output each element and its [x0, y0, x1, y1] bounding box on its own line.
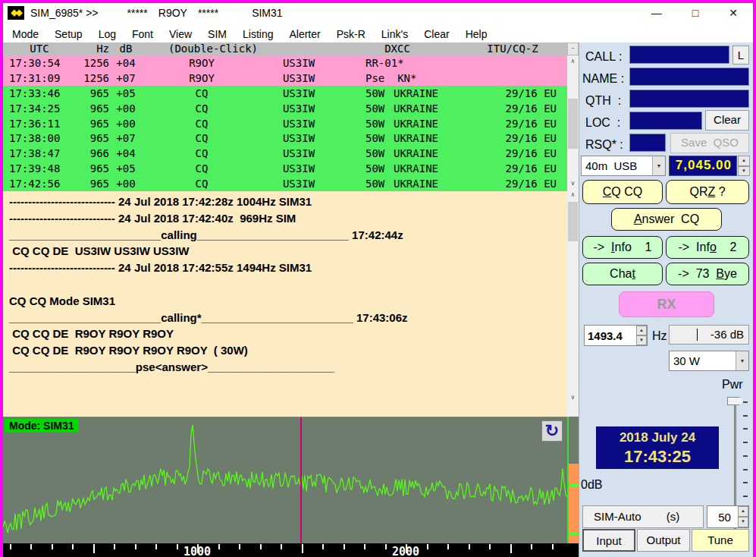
table-row[interactable]: 17:33:46965+05CQUS3IW50WUKRAINE29/16 EU: [3, 86, 567, 101]
table-row[interactable]: 17:34:25965+00CQUS3IW50WUKRAINE29/16 EU: [3, 101, 567, 116]
log-cell-utc: 17:36:11: [3, 118, 76, 130]
minimize-icon[interactable]: —: [651, 7, 662, 19]
maximize-icon[interactable]: □: [692, 7, 698, 19]
log-cell-itu: 29/16 EU: [458, 178, 567, 190]
info1-rest: nfo 1: [615, 241, 652, 253]
bye-pre: -> 73: [678, 267, 716, 280]
log-cell-db: +00: [109, 102, 143, 115]
power-select[interactable]: 30 W ▼: [669, 351, 749, 371]
table-row[interactable]: 17:38:47966+04CQUS3IW50WUKRAINE29/16 EU: [3, 146, 567, 161]
sim-auto-seconds-stepper[interactable]: 50 ▲▼: [707, 505, 749, 528]
chat-button[interactable]: Chat: [582, 263, 663, 285]
table-row[interactable]: 17:36:11965+00CQUS3IW50WUKRAINE29/16 EU: [3, 116, 567, 131]
terminal-scroll-down-icon[interactable]: ∨: [567, 392, 579, 403]
output-button[interactable]: Output: [637, 529, 690, 552]
sim-auto-spinner: ▲▼: [738, 506, 748, 527]
qth-field[interactable]: [629, 90, 749, 108]
info-1-button[interactable]: -> Info 1: [582, 236, 663, 259]
terminal-line: ---------------------------- 24 Jul 2018…: [9, 261, 567, 278]
terminal-scrollbar-track[interactable]: [567, 200, 579, 392]
clear-button[interactable]: Clear: [705, 110, 749, 131]
spinner-up-icon[interactable]: ▲: [738, 506, 748, 517]
answer-cq-button[interactable]: Answer CQ: [611, 208, 722, 231]
menu-item-alerter[interactable]: Alerter: [289, 28, 320, 40]
log-table-header[interactable]: UTC Hz dB (Double-Click) DXCC ITU/CQ-Z: [3, 42, 567, 55]
sim-auto-button[interactable]: SIM-Auto (s): [582, 505, 704, 528]
menu-item-mode[interactable]: Mode: [12, 28, 39, 40]
menu-item-setup[interactable]: Setup: [55, 28, 83, 40]
73-bye-button[interactable]: -> 73 Bye: [666, 263, 749, 285]
frequency-stepper: ▲ ▼: [738, 156, 750, 176]
scale-tick: [52, 544, 53, 549]
rx-frequency-stepper[interactable]: 1493.4 ▲▼: [584, 325, 648, 346]
lookup-button[interactable]: L: [732, 46, 749, 65]
name-field[interactable]: [629, 68, 749, 86]
rx-tx-toggle-button[interactable]: RX: [619, 291, 714, 317]
table-row[interactable]: 17:42:56965+00CQUS3IW50WUKRAINE29/16 EU: [3, 176, 567, 191]
rx-frequency-marker[interactable]: [300, 417, 302, 543]
table-row[interactable]: 17:31:091256+07R9OYUS3IWPse KN*: [3, 71, 567, 86]
menu-item-clear[interactable]: Clear: [424, 28, 449, 40]
pwr-slider-thumb[interactable]: [727, 397, 744, 405]
menu-item-psk-r[interactable]: Psk-R: [337, 28, 365, 40]
qrz-button[interactable]: QRZ ?: [666, 180, 749, 204]
menu-item-log[interactable]: Log: [99, 28, 116, 40]
terminal-line: ____________________pse<answer>_________…: [9, 360, 567, 377]
refresh-icon[interactable]: ↻: [541, 420, 563, 442]
log-cell-itu: 29/16 EU: [458, 118, 567, 130]
band-mode-select[interactable]: 40m USB ▼: [581, 156, 666, 176]
spectrum-display[interactable]: Mode: SIM31 ↻: [3, 417, 567, 543]
log-cell-db: +05: [109, 162, 143, 175]
loc-field[interactable]: [629, 112, 702, 130]
table-scroll-down-icon[interactable]: ∨: [567, 178, 579, 189]
scale-tick: [489, 544, 491, 549]
spinner-up-icon[interactable]: ▲: [636, 326, 647, 335]
log-cell-hz: 1256: [76, 57, 109, 69]
call-field[interactable]: [629, 46, 729, 64]
collapse-button[interactable]: -: [567, 42, 579, 55]
menu-item-help[interactable]: Help: [466, 28, 488, 40]
menu-item-font[interactable]: Font: [132, 28, 153, 40]
spinner-up-icon[interactable]: ▲: [738, 156, 750, 166]
rsq-label: RSQ* :: [585, 138, 623, 152]
menu-item-view[interactable]: View: [169, 28, 192, 40]
menu-item-link-s[interactable]: Link's: [381, 28, 408, 40]
menu-item-sim[interactable]: SIM: [208, 28, 227, 40]
rsq-field[interactable]: [629, 134, 666, 152]
spinner-down-icon[interactable]: ▼: [738, 517, 748, 527]
table-scroll-up-icon[interactable]: ∧: [567, 55, 579, 67]
pwr-slider-tick: [743, 415, 748, 417]
terminal-scrollbar-thumb[interactable]: [568, 202, 578, 241]
log-cell-utc: 17:42:56: [3, 178, 76, 190]
table-row[interactable]: 17:39:48965+05CQUS3IW50WUKRAINE29/16 EU: [3, 161, 567, 176]
table-row[interactable]: 17:30:541256+04R9OYUS3IWRR-01*: [3, 55, 567, 71]
table-scrollbar-track[interactable]: [567, 67, 579, 178]
info-2-button[interactable]: -> Info 2: [666, 236, 749, 259]
scale-tick: [427, 544, 428, 549]
terminal-pane[interactable]: ---------------------------- 24 Jul 2018…: [3, 191, 567, 417]
scale-tick: [155, 544, 157, 549]
close-icon[interactable]: ✕: [729, 7, 738, 19]
spinner-down-icon[interactable]: ▼: [738, 166, 750, 177]
terminal-scroll-up-icon[interactable]: ∧: [567, 189, 579, 200]
header-db: dB: [109, 42, 143, 55]
cq-cq-button[interactable]: CQ CQ: [582, 180, 663, 204]
chevron-down-icon[interactable]: ▼: [736, 351, 748, 370]
input-button[interactable]: Input: [582, 529, 635, 552]
pwr-slider-tick: [743, 401, 748, 403]
scale-label: 2000: [392, 545, 419, 557]
chevron-down-icon[interactable]: ▼: [652, 156, 665, 175]
scale-tick: [177, 544, 178, 549]
table-row[interactable]: 17:38:00965+07CQUS3IW50WUKRAINE29/16 EU: [3, 131, 567, 146]
scale-tick: [93, 544, 95, 553]
spinner-down-icon[interactable]: ▼: [636, 335, 647, 345]
time-display: 17:43:25: [596, 447, 719, 467]
app-logo-icon: ◆◆: [8, 6, 24, 20]
table-scrollbar-thumb[interactable]: [568, 99, 578, 149]
save-qso-button[interactable]: Save QSO: [670, 133, 749, 153]
scrollbar-column: - ∧ ∨ ∧ ∨: [567, 42, 579, 417]
log-cell-call: CQ: [143, 178, 261, 190]
frequency-scale[interactable]: 10002000: [3, 543, 579, 557]
menu-item-listing[interactable]: Listing: [243, 28, 273, 40]
tune-button[interactable]: Tune: [692, 529, 749, 552]
